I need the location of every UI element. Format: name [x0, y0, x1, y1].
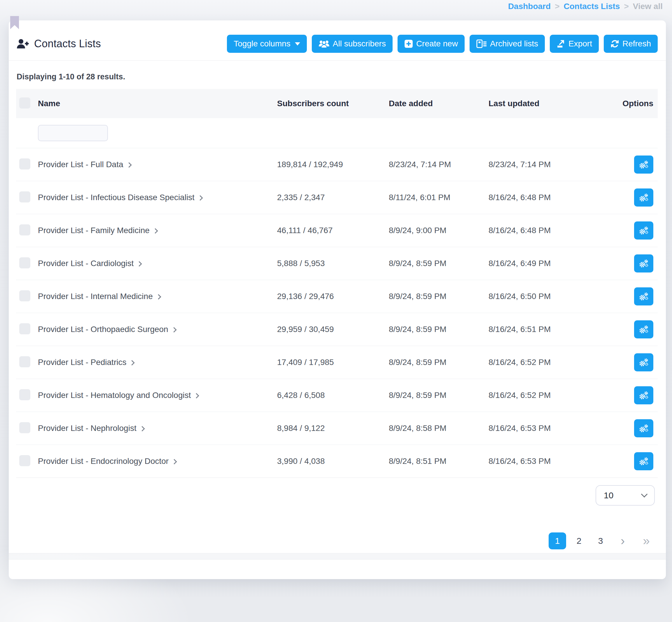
archived-lists-button[interactable]: Archived lists [469, 35, 545, 53]
last-updated-cell: 8/16/24, 6:53 PM [489, 424, 572, 433]
table-row: Provider List - Endocrinology Doctor 3,9… [16, 445, 658, 478]
page-button-1[interactable]: 1 [549, 532, 566, 549]
date-added-cell: 8/9/24, 9:00 PM [389, 226, 489, 235]
page-size-value: 10 [604, 490, 613, 500]
row-options-button[interactable] [634, 320, 653, 338]
list-name-cell[interactable]: Provider List - Full Data [38, 160, 277, 169]
list-name-link[interactable]: Provider List - Hematology and Oncologis… [38, 391, 191, 400]
table-row: Provider List - Internal Medicine 29,136… [16, 280, 658, 313]
column-header-name[interactable]: Name [38, 99, 277, 108]
list-name-cell[interactable]: Provider List - Pediatrics [38, 358, 277, 367]
table-body: Provider List - Full Data 189,814 / 192,… [16, 148, 658, 478]
row-options-button[interactable] [634, 188, 653, 207]
list-name-link[interactable]: Provider List - Cardiologist [38, 259, 134, 268]
pagination: 1 2 3 › » [549, 532, 655, 549]
list-name-link[interactable]: Provider List - Full Data [38, 160, 123, 169]
breadcrumb-contacts-lists[interactable]: Contacts Lists [564, 2, 620, 11]
breadcrumb-separator: > [624, 2, 629, 11]
list-name-cell[interactable]: Provider List - Nephrologist [38, 424, 277, 433]
refresh-icon [610, 39, 619, 48]
bookmark-icon [10, 16, 19, 29]
column-header-subscribers[interactable]: Subscribers count [277, 99, 389, 108]
column-header-date-added[interactable]: Date added [389, 99, 489, 108]
row-options-button[interactable] [634, 353, 653, 371]
row-options-button[interactable] [634, 221, 653, 240]
date-added-cell: 8/9/24, 8:59 PM [389, 259, 489, 268]
breadcrumb: Dashboard > Contacts Lists > View all [508, 2, 663, 11]
breadcrumb-view-all: View all [633, 2, 663, 11]
list-name-link[interactable]: Provider List - Endocrinology Doctor [38, 457, 169, 466]
list-name-link[interactable]: Provider List - Nephrologist [38, 424, 137, 433]
row-checkbox[interactable] [19, 290, 30, 301]
list-name-cell[interactable]: Provider List - Endocrinology Doctor [38, 457, 277, 466]
table-header-row: Name Subscribers count Date added Last u… [16, 89, 658, 118]
list-name-cell[interactable]: Provider List - Internal Medicine [38, 292, 277, 301]
refresh-button[interactable]: Refresh [604, 35, 658, 53]
list-name-cell[interactable]: Provider List - Hematology and Oncologis… [38, 391, 277, 400]
export-button[interactable]: Export [550, 35, 599, 53]
list-name-cell[interactable]: Provider List - Family Medicine [38, 226, 277, 235]
column-header-options: Options [572, 99, 658, 108]
toggle-columns-button[interactable]: Toggle columns [227, 35, 307, 53]
list-name-link[interactable]: Provider List - Pediatrics [38, 358, 126, 367]
row-checkbox[interactable] [19, 257, 30, 268]
row-options-button[interactable] [634, 254, 653, 273]
table-filter-row [16, 118, 658, 148]
last-updated-cell: 8/16/24, 6:51 PM [489, 325, 572, 334]
column-header-last-updated[interactable]: Last updated [489, 99, 572, 108]
select-all-checkbox[interactable] [19, 98, 30, 108]
refresh-label: Refresh [623, 39, 651, 48]
table-row: Provider List - Infectious Disease Speci… [16, 181, 658, 214]
list-name-link[interactable]: Provider List - Infectious Disease Speci… [38, 193, 194, 202]
create-new-button[interactable]: Create new [397, 35, 465, 53]
list-name-cell[interactable]: Provider List - Cardiologist [38, 259, 277, 268]
gears-icon [638, 424, 649, 433]
last-updated-cell: 8/16/24, 6:48 PM [489, 226, 572, 235]
results-summary: Displaying 1-10 of 28 results. [16, 72, 125, 81]
gears-icon [638, 160, 649, 169]
breadcrumb-separator: > [555, 2, 559, 11]
chevron-down-icon [641, 491, 648, 498]
page-button-2[interactable]: 2 [570, 532, 588, 549]
list-name-cell[interactable]: Provider List - Infectious Disease Speci… [38, 193, 277, 202]
user-plus-icon [16, 39, 30, 49]
export-label: Export [568, 39, 592, 48]
last-page-button[interactable]: » [636, 532, 655, 549]
page-button-3[interactable]: 3 [592, 532, 609, 549]
subscribers-count-cell: 8,984 / 9,122 [277, 424, 389, 433]
row-options-button[interactable] [634, 452, 653, 470]
gears-icon [638, 259, 649, 268]
date-added-cell: 8/23/24, 7:14 PM [389, 160, 489, 169]
row-checkbox[interactable] [19, 389, 30, 400]
list-name-cell[interactable]: Provider List - Orthopaedic Surgeon [38, 325, 277, 334]
row-options-button[interactable] [634, 156, 653, 174]
row-options-button[interactable] [634, 287, 653, 306]
next-page-button[interactable]: › [613, 532, 632, 549]
table-row: Provider List - Hematology and Oncologis… [16, 379, 658, 412]
all-subscribers-button[interactable]: All subscribers [312, 35, 393, 53]
chevron-right-icon [198, 195, 203, 200]
row-checkbox[interactable] [19, 422, 30, 433]
breadcrumb-dashboard[interactable]: Dashboard [508, 2, 551, 11]
name-filter-input[interactable] [38, 125, 108, 141]
page-size-select[interactable]: 10 [596, 485, 655, 506]
row-options-button[interactable] [634, 386, 653, 404]
date-added-cell: 8/9/24, 8:51 PM [389, 457, 489, 466]
row-checkbox[interactable] [19, 356, 30, 367]
subscribers-count-cell: 5,888 / 5,953 [277, 259, 389, 268]
date-added-cell: 8/9/24, 8:59 PM [389, 325, 489, 334]
table-row: Provider List - Pediatrics 17,409 / 17,9… [16, 346, 658, 379]
list-name-link[interactable]: Provider List - Internal Medicine [38, 292, 153, 301]
row-checkbox[interactable] [19, 323, 30, 334]
last-updated-cell: 8/16/24, 6:49 PM [489, 259, 572, 268]
list-name-link[interactable]: Provider List - Orthopaedic Surgeon [38, 325, 168, 334]
row-checkbox[interactable] [19, 159, 30, 170]
row-checkbox[interactable] [19, 455, 30, 466]
date-added-cell: 8/11/24, 6:01 PM [389, 193, 489, 202]
row-checkbox[interactable] [19, 192, 30, 203]
row-options-button[interactable] [634, 419, 653, 437]
chevron-right-icon [137, 261, 142, 266]
row-checkbox[interactable] [19, 224, 30, 236]
chevron-right-icon [130, 360, 135, 365]
list-name-link[interactable]: Provider List - Family Medicine [38, 226, 150, 235]
